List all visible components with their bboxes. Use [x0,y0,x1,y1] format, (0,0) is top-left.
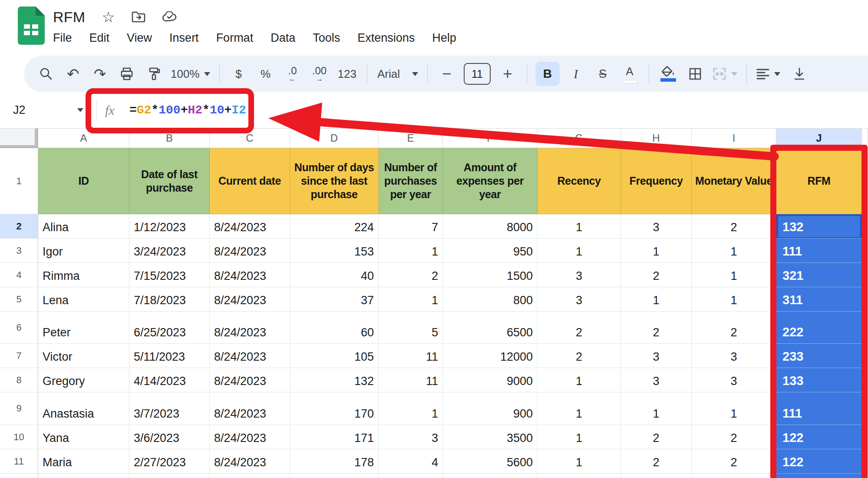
column-header-G[interactable]: G [538,129,621,148]
cell-G2[interactable]: 1 [538,214,621,239]
cell-H10[interactable]: 2 [621,425,692,449]
menu-tools[interactable]: Tools [313,31,340,45]
cell-D10[interactable]: 171 [290,425,379,449]
increase-decimal-button[interactable]: .00 → [311,61,328,86]
cell-H4[interactable]: 2 [621,263,692,287]
borders-button[interactable] [686,61,704,86]
cell-C12[interactable] [210,474,290,478]
cell-C1[interactable]: Current date [210,148,290,214]
row-header-6[interactable]: 6 [0,312,38,344]
cell-H9[interactable]: 1 [621,392,692,425]
name-box[interactable]: J2 [13,92,26,128]
cell-A4[interactable]: Rimma [38,263,129,287]
cell-F4[interactable]: 1500 [443,263,538,287]
cell-A9[interactable]: Anastasia [38,392,129,425]
row-header-1[interactable]: 1 [0,148,38,214]
horizontal-align-control[interactable] [756,68,780,80]
cell-I8[interactable]: 3 [692,368,776,392]
cell-F3[interactable]: 950 [443,239,538,263]
cell-E7[interactable]: 11 [379,344,443,368]
cell-A1[interactable]: ID [38,148,129,214]
star-icon[interactable]: ☆ [102,10,115,24]
cell-H8[interactable]: 3 [621,368,692,392]
cell-B4[interactable]: 7/15/2023 [129,263,210,287]
increase-font-size-button[interactable] [499,61,516,86]
cell-G4[interactable]: 3 [538,263,621,287]
row-header-2[interactable]: 2 [0,214,38,239]
move-to-folder-icon[interactable] [132,11,145,23]
cell-D9[interactable]: 170 [290,392,379,425]
cell-A10[interactable]: Yana [38,425,129,449]
select-all-corner[interactable] [0,129,38,148]
cell-G3[interactable]: 1 [538,239,621,263]
cell-G12[interactable] [538,474,621,478]
cell-E10[interactable]: 3 [379,425,443,449]
cell-B11[interactable]: 2/27/2023 [129,449,210,474]
cell-B2[interactable]: 1/12/2023 [129,214,210,239]
cell-I9[interactable]: 1 [692,392,776,425]
cell-H5[interactable]: 1 [621,287,692,312]
cell-B7[interactable]: 5/11/2023 [129,344,210,368]
column-header-B[interactable]: B [129,129,210,148]
cell-B1[interactable]: Date of last purchase [129,148,210,214]
search-icon[interactable] [37,61,55,86]
redo-button[interactable]: ↷ [91,61,109,86]
cell-B5[interactable]: 7/18/2023 [129,287,210,312]
cell-A12[interactable] [38,474,129,478]
format-percent-button[interactable]: % [257,61,274,86]
cell-G1[interactable]: Recency [538,148,621,214]
row-header-10[interactable]: 10 [0,425,38,449]
cell-B8[interactable]: 4/14/2023 [129,368,210,392]
cell-D4[interactable]: 40 [290,263,379,287]
cell-F5[interactable]: 800 [443,287,538,312]
cell-I7[interactable]: 3 [692,344,776,368]
cell-B9[interactable]: 3/7/2023 [129,392,210,425]
cell-I2[interactable]: 2 [692,214,776,239]
cell-E4[interactable]: 2 [379,263,443,287]
column-header-I[interactable]: I [692,129,776,148]
cell-A3[interactable]: Igor [38,239,129,263]
cell-A7[interactable]: Victor [38,344,129,368]
cell-C5[interactable]: 8/24/2023 [210,287,290,312]
column-header-J[interactable]: J [776,129,862,148]
row-header-4[interactable]: 4 [0,263,38,287]
cell-F7[interactable]: 12000 [443,344,538,368]
cell-D12[interactable] [290,474,379,478]
row-header-12[interactable] [0,474,38,478]
cell-I10[interactable]: 2 [692,425,776,449]
cell-F10[interactable]: 3500 [443,425,538,449]
cell-D11[interactable]: 178 [290,449,379,474]
row-header-8[interactable]: 8 [0,368,38,392]
zoom-control[interactable]: 100% [171,61,210,86]
cell-I6[interactable]: 2 [692,312,776,344]
menu-extensions[interactable]: Extensions [357,31,415,45]
cell-H1[interactable]: Frequency [621,148,692,214]
row-header-11[interactable]: 11 [0,449,38,474]
cell-J4[interactable]: 321 [776,263,862,287]
text-color-button[interactable]: A [621,61,638,86]
cell-G9[interactable]: 1 [538,392,621,425]
column-header-C[interactable]: C [210,129,290,148]
cell-I5[interactable]: 1 [692,287,776,312]
cell-D7[interactable]: 105 [290,344,379,368]
column-header-D[interactable]: D [290,129,379,148]
font-family-control[interactable]: Arial [376,61,418,86]
cell-J9[interactable]: 111 [776,392,862,425]
menu-data[interactable]: Data [271,31,295,45]
cell-D5[interactable]: 37 [290,287,379,312]
cell-B12[interactable] [129,474,210,478]
italic-button[interactable]: I [567,61,584,86]
cell-C10[interactable]: 8/24/2023 [210,425,290,449]
download-icon[interactable] [791,61,808,86]
cell-H12[interactable] [621,474,692,478]
cell-E3[interactable]: 1 [379,239,443,263]
cell-F6[interactable]: 6500 [443,312,538,344]
menu-format[interactable]: Format [216,31,254,45]
cell-C11[interactable]: 8/24/2023 [210,449,290,474]
menu-file[interactable]: File [53,31,72,45]
cell-G10[interactable]: 1 [538,425,621,449]
column-header-F[interactable]: F [443,129,538,148]
cell-F9[interactable]: 900 [443,392,538,425]
cell-I4[interactable]: 1 [692,263,776,287]
format-currency-button[interactable]: $ [230,61,248,86]
